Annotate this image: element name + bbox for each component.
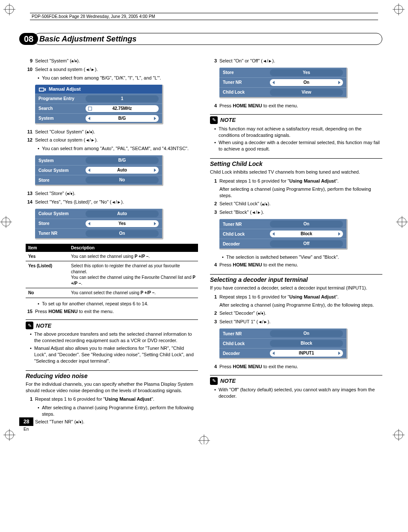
triangle-left-icon	[88, 222, 90, 225]
step-text: Select "Store" (♠/♦).	[35, 190, 198, 197]
step-number: 1	[26, 396, 35, 402]
osd-panel: StoreYes Tuner NROn Child LockView	[219, 68, 348, 98]
bullet-text: To set up for another channel, repeat st…	[42, 301, 198, 307]
triangle-right-icon	[154, 168, 156, 172]
bullet-icon: •	[30, 345, 34, 364]
osd-value: On	[270, 221, 343, 228]
osd-value: Block	[270, 340, 343, 347]
right-column: 3Select "On" or "Off" (◄/►). StoreYes Tu…	[210, 58, 382, 427]
step-number: 3	[210, 209, 219, 216]
section-intro: Child Lock inhibits selected TV channels…	[210, 169, 382, 175]
triangle-right-icon	[338, 232, 340, 236]
osd-panel: SystemB/G Colour SystemAuto StoreNo	[35, 155, 163, 186]
osd-label: Colour System	[38, 211, 86, 216]
step-text: Select a colour system (◄/►).	[35, 137, 198, 143]
section-intro: For the individual channels, you can spe…	[26, 381, 198, 394]
osd-label: Child Lock	[223, 232, 270, 236]
note-title: NOTE	[36, 322, 51, 329]
osd-label: Search	[38, 106, 86, 111]
step-number: 3	[210, 58, 219, 64]
osd-value: INPUT1	[270, 350, 343, 357]
step-number: 4	[210, 262, 219, 268]
osd-label: Store	[38, 221, 86, 226]
section-title: Setting Child Lock	[210, 158, 382, 167]
step-text: Select "Child Lock" (♠/♦).	[219, 201, 382, 207]
osd-label: Child Lock	[223, 341, 270, 346]
osd-value: 1	[86, 95, 159, 102]
table-row: NoYou cannot select the channel using P …	[26, 288, 198, 298]
osd-label: Tuner NR	[223, 222, 270, 227]
triangle-right-icon	[338, 352, 340, 355]
bullet-icon: •	[38, 405, 42, 417]
osd-value: On	[86, 230, 159, 237]
triangle-right-icon	[338, 81, 340, 84]
bullet-icon: •	[38, 301, 42, 307]
bullet-icon: •	[222, 254, 226, 260]
osd-panel: Tuner NROn Child LockBlock DecoderINPUT1	[219, 328, 348, 359]
note-text: This function may not achieve a satisfac…	[219, 126, 382, 139]
up-down-arrows-icon: ♠/♦	[258, 311, 263, 316]
bullet-icon: •	[214, 139, 219, 152]
up-down-arrows-icon: ♠/♦	[76, 420, 81, 424]
step-text: Press HOME MENU to exit the menu.	[35, 308, 198, 315]
osd-label: Colour System	[38, 168, 86, 173]
step-number: 4	[210, 364, 219, 370]
bullet-icon: •	[38, 145, 42, 152]
section-intro: If you have connected a decoder, select …	[210, 285, 382, 291]
osd-title: Manual Adjust	[49, 86, 81, 92]
triangle-left-icon	[272, 81, 275, 84]
step-text: Repeat steps 1 to 6 provided for "Using …	[219, 178, 382, 199]
step-number: 12	[26, 137, 35, 143]
step-number: 15	[26, 308, 35, 315]
step-text: Select a sound system (◄/►).	[35, 66, 198, 73]
osd-label: Tuner NR	[223, 80, 270, 85]
step-text: Repeat steps 1 to 6 provided for "Using …	[219, 294, 382, 308]
osd-panel: Colour SystemAuto StoreYes Tuner NROn	[35, 209, 163, 239]
bullet-icon: •	[30, 331, 34, 344]
up-down-arrows-icon: ♠/♦	[71, 59, 77, 63]
step-text: Select "On" or "Off" (◄/►).	[219, 58, 382, 64]
osd-label: Store	[223, 70, 270, 75]
note-icon: ✎	[26, 322, 33, 329]
osd-label: Decoder	[223, 351, 270, 356]
step-number: 14	[26, 199, 35, 205]
triangle-left-icon	[272, 232, 275, 236]
step-number: 11	[26, 129, 35, 135]
up-down-arrows-icon: ♠/♦	[86, 130, 92, 134]
step-text: Select "Yes", "Yes (Listed)", or "No" (◄…	[35, 199, 198, 205]
osd-label: Programme Entry	[38, 96, 86, 101]
left-column: 9Select "System" (♠/♦). 10Select a sound…	[26, 58, 198, 427]
page-footer: 28 En	[19, 417, 33, 432]
bullet-text: You can select from among "B/G", "D/K", …	[42, 75, 198, 81]
osd-label: System	[38, 116, 86, 121]
step-text: Select "Block" (◄/►).	[219, 209, 382, 216]
triangle-left-icon	[88, 168, 90, 172]
note-icon: ✎	[210, 377, 218, 385]
step-number: 3	[210, 319, 219, 325]
bullet-icon: •	[214, 387, 219, 399]
chapter-header: 08 Basic Adjustment Settings	[19, 33, 382, 45]
bullet-text: After selecting a channel (using Program…	[42, 405, 198, 417]
note-text: The above procedure transfers and sets t…	[34, 331, 198, 344]
step-text: Press HOME MENU to exit the menu.	[219, 364, 382, 370]
note-title: NOTE	[220, 378, 236, 384]
left-right-arrows-icon: ◄/►	[251, 210, 261, 215]
step-number: 10	[26, 66, 35, 73]
osd-value: B/G	[86, 115, 159, 122]
osd-label: Store	[38, 178, 86, 183]
tv-icon	[38, 86, 46, 92]
osd-value: On	[270, 330, 343, 337]
osd-value: View	[270, 89, 343, 96]
step-text: Press HOME MENU to exit the menu.	[219, 262, 382, 268]
osd-value: B/G	[86, 157, 159, 164]
triangle-left-icon	[88, 117, 90, 120]
osd-value: No	[86, 177, 159, 183]
table-header: Description	[68, 244, 198, 252]
triangle-right-icon	[154, 117, 156, 120]
page-language: En	[19, 427, 33, 432]
left-right-arrows-icon: ◄/►	[112, 200, 121, 204]
step-text: Select "Decoder" (♠/♦).	[219, 310, 382, 316]
step-number: 9	[26, 58, 35, 64]
osd-panel-manual-adjust: Manual Adjust Programme Entry1 Search42.…	[35, 85, 163, 124]
osd-value: Off	[270, 240, 343, 247]
